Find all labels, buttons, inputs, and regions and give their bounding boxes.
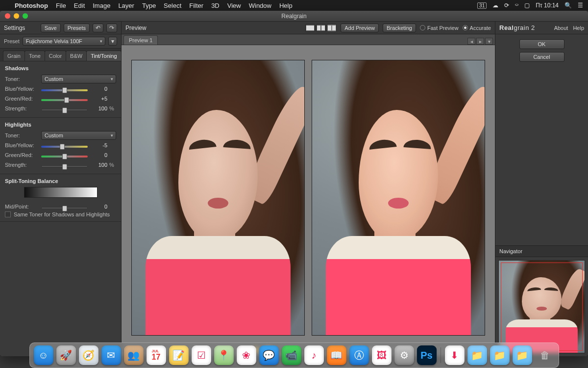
midpoint-slider[interactable] <box>41 207 88 209</box>
highlights-value-1: 0 <box>90 152 107 158</box>
shadows-slider-0[interactable] <box>41 89 88 91</box>
split-toning-section: Split-Toning Balance Mid/Point: 0 Same T… <box>0 174 121 222</box>
highlights-slider-1[interactable] <box>41 156 88 158</box>
menu-select[interactable]: Select <box>164 2 181 9</box>
dock-settings[interactable]: ⚙ <box>394 345 414 365</box>
menu-3d[interactable]: 3D <box>211 2 220 9</box>
menu-image[interactable]: Image <box>93 2 110 9</box>
highlights-value-0: -5 <box>90 142 107 148</box>
dock-photoshop[interactable]: Ps <box>417 345 437 365</box>
view-single[interactable] <box>305 24 315 32</box>
ok-button[interactable]: OK <box>519 39 564 49</box>
dock-mail[interactable]: ✉ <box>101 345 121 365</box>
cloud-icon[interactable]: ☁ <box>492 2 498 9</box>
highlights-toner-select[interactable]: Custom <box>41 131 116 140</box>
navigator-viewport-box[interactable] <box>501 263 583 351</box>
save-button[interactable]: Save <box>41 24 61 32</box>
menu-window[interactable]: Window <box>249 2 271 9</box>
preview-tab-prev[interactable]: ◂ <box>467 38 475 45</box>
dock-itunes[interactable]: ♪ <box>304 345 324 365</box>
dock-finder[interactable]: ☺ <box>34 345 53 365</box>
preset-menu-button[interactable]: ▾ <box>108 37 117 46</box>
dock-ibooks[interactable]: 📖 <box>327 345 346 365</box>
menu-edit[interactable]: Edit <box>74 2 85 9</box>
dock-photos[interactable]: ❀ <box>237 345 256 365</box>
plugin-brand: Realgrain 2 <box>499 24 535 31</box>
checkbox-box <box>5 211 11 217</box>
midpoint-label: Mid/Point: <box>5 204 39 210</box>
dock-safari[interactable]: 🧭 <box>79 345 98 365</box>
tab-grain[interactable]: Grain <box>3 51 25 61</box>
dock-contacts[interactable]: 👥 <box>124 345 144 365</box>
menu-file[interactable]: File <box>56 2 66 9</box>
highlights-slider-2[interactable] <box>41 165 88 167</box>
shadows-value-0: 0 <box>90 86 107 92</box>
clock[interactable]: Πτ 10:14 <box>536 2 559 9</box>
help-link[interactable]: Help <box>573 25 584 31</box>
sync-icon[interactable]: ⟳ <box>504 2 509 9</box>
dock-reminders[interactable]: ☑ <box>192 345 211 365</box>
about-link[interactable]: About <box>554 25 568 31</box>
menu-extras-icon[interactable]: ☰ <box>578 2 583 9</box>
dock-notes[interactable]: 📝 <box>169 345 189 365</box>
preview-tab-1[interactable]: Preview 1 <box>123 35 158 45</box>
dock: ☺🚀🧭✉👥JUL17📝☑📍❀💬📹♪📖Ⓐ🖼⚙Ps ⬇📁📁📁🗑 <box>29 342 559 368</box>
accurate-radio[interactable]: Accurate <box>463 25 491 31</box>
dock-calendar[interactable]: JUL17 <box>147 345 166 365</box>
after-image <box>312 60 485 336</box>
dock-facetime[interactable]: 📹 <box>282 345 301 365</box>
highlights-slider-0[interactable] <box>41 146 88 148</box>
preset-select[interactable]: Fujichrome Velvia 100F <box>23 37 105 46</box>
shadows-slider-2[interactable] <box>41 109 88 111</box>
tab-tone[interactable]: Tone <box>24 51 45 61</box>
view-vertical[interactable] <box>327 24 337 32</box>
undo-button[interactable]: ↶ <box>93 24 103 32</box>
window-title: Realgrain <box>0 13 588 20</box>
dock-launchpad[interactable]: 🚀 <box>56 345 76 365</box>
menu-help[interactable]: Help <box>279 2 293 9</box>
battery-icon[interactable]: ▢ <box>524 2 530 9</box>
date-icon[interactable]: 31 <box>477 2 487 9</box>
dock-folder3[interactable]: 📁 <box>513 345 532 365</box>
dock-folder2[interactable]: 📁 <box>490 345 510 365</box>
shadows-label-1: Green/Red: <box>5 96 39 102</box>
presets-button[interactable]: Presets <box>64 24 90 32</box>
wifi-icon[interactable]: ⌔ <box>515 2 518 9</box>
bracketing-button[interactable]: Bracketing <box>383 24 416 32</box>
shadows-toner-select[interactable]: Custom <box>41 75 116 83</box>
spotlight-icon[interactable]: 🔍 <box>564 2 572 9</box>
tab-bw[interactable]: B&W <box>66 51 87 61</box>
shadows-value-2: 100 <box>90 105 107 111</box>
preview-tab-next[interactable]: ▸ <box>476 38 484 45</box>
dock-trash[interactable]: 🗑 <box>535 345 555 365</box>
settings-tabs: Grain Tone Color B&W Tint/Toning <box>0 49 121 61</box>
shadows-slider-1[interactable] <box>41 99 88 101</box>
add-preview-button[interactable]: Add Preview <box>341 24 379 32</box>
preview-canvas[interactable] <box>122 45 495 342</box>
same-toner-checkbox[interactable]: Same Toner for Shadows and Highlights <box>5 211 116 217</box>
view-horizontal[interactable] <box>316 24 326 32</box>
menu-type[interactable]: Type <box>142 2 156 9</box>
window-titlebar[interactable]: Realgrain <box>0 11 588 22</box>
menu-filter[interactable]: Filter <box>189 2 203 9</box>
dock-preview[interactable]: 🖼 <box>372 345 392 365</box>
split-gradient[interactable] <box>24 187 98 198</box>
menu-layer[interactable]: Layer <box>118 2 134 9</box>
redo-button[interactable]: ↷ <box>106 24 117 32</box>
dock-appstore[interactable]: Ⓐ <box>349 345 369 365</box>
navigator-title: Navigator <box>495 245 588 257</box>
same-toner-label: Same Toner for Shadows and Highlights <box>14 211 110 217</box>
dock-messages[interactable]: 💬 <box>259 345 279 365</box>
fast-preview-radio[interactable]: Fast Preview <box>420 25 459 31</box>
cancel-button[interactable]: Cancel <box>519 52 564 62</box>
app-name[interactable]: Photoshop <box>15 2 48 9</box>
highlights-label-0: Blue/Yellow: <box>5 142 39 148</box>
tab-tint-toning[interactable]: Tint/Toning <box>86 51 121 61</box>
navigator-thumbnail[interactable] <box>498 260 585 353</box>
preview-tab-menu[interactable]: ▾ <box>485 38 493 45</box>
tab-color[interactable]: Color <box>45 51 66 61</box>
menu-view[interactable]: View <box>227 2 241 9</box>
dock-folder1[interactable]: 📁 <box>467 345 487 365</box>
dock-maps[interactable]: 📍 <box>214 345 234 365</box>
dock-downloads[interactable]: ⬇ <box>445 345 465 365</box>
